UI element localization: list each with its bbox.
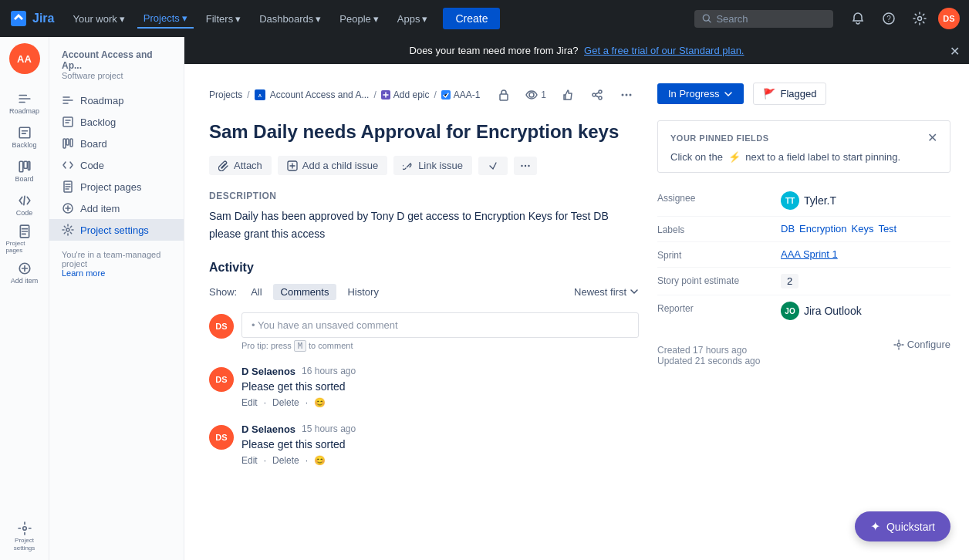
current-user-avatar: DS (209, 314, 234, 339)
more-options-button[interactable] (614, 83, 639, 107)
svg-rect-12 (63, 117, 73, 127)
sprint-label: Sprint (657, 248, 781, 261)
breadcrumb-project-name[interactable]: Account Access and A... (270, 89, 370, 100)
label-keys[interactable]: Keys (851, 223, 873, 234)
more-actions-dropdown[interactable] (478, 157, 508, 175)
banner-link[interactable]: Get a free trial of our Standard plan. (584, 45, 744, 56)
nav-icons: ? DS (846, 6, 960, 31)
share-button[interactable] (585, 83, 609, 107)
comment-author-1: D Selaenos (241, 366, 295, 377)
status-button[interactable]: In Progress (657, 83, 744, 104)
comment-body-1: D Selaenos 16 hours ago Please get this … (241, 366, 639, 408)
left-panel-header: Account Access and Ap... Software projec… (49, 43, 184, 83)
app-logo[interactable]: Jira (9, 9, 54, 28)
assignee-field: Assignee TT Tyler.T (657, 185, 950, 217)
comment-input-row: DS • You have an unsaved comment Pro tip… (209, 312, 639, 350)
story-points-label: Story point estimate (657, 274, 781, 286)
sidebar-item-board[interactable]: Board (6, 156, 43, 187)
label-test[interactable]: Test (878, 223, 896, 234)
sidebar-item-code[interactable]: Code (6, 190, 43, 221)
actions-more-button[interactable] (514, 157, 537, 175)
comment-actions-2: Edit · Delete · 😊 (241, 455, 639, 466)
search-icon (702, 13, 711, 24)
filter-comments[interactable]: Comments (273, 284, 337, 300)
project-avatar[interactable]: AA (9, 43, 40, 74)
pinned-hint: Click on the ⚡ next to a field label to … (670, 151, 937, 163)
sidebar-item-settings[interactable]: Project settings (6, 521, 43, 552)
create-button[interactable]: Create (443, 8, 500, 29)
sidebar-item-backlog[interactable]: Backlog (6, 122, 43, 153)
watch-button[interactable]: 1 (521, 86, 551, 104)
nav-project-settings[interactable]: Project settings (49, 219, 184, 241)
people-menu[interactable]: People ▾ (333, 10, 384, 28)
comment-input[interactable]: • You have an unsaved comment (241, 312, 639, 338)
show-row: Show: All Comments History Newest first (209, 284, 639, 300)
help-button[interactable]: ? (876, 6, 901, 31)
add-child-button[interactable]: Add a child issue (278, 156, 387, 175)
sidebar-item-roadmap[interactable]: Roadmap (6, 88, 43, 119)
label-db[interactable]: DB (781, 223, 795, 234)
apps-menu[interactable]: Apps ▾ (391, 10, 434, 28)
lock-button[interactable] (491, 83, 516, 107)
banner-text: Does your team need more from Jira? (410, 45, 579, 56)
comment-edit-2[interactable]: Edit (241, 455, 258, 466)
breadcrumb-projects[interactable]: Projects (209, 89, 242, 100)
sidebar-item-add[interactable]: Add item (6, 258, 43, 288)
sidebar-settings-label: Project settings (6, 537, 43, 552)
app-layout: AA Roadmap Backlog Board Code Project pa… (0, 37, 969, 560)
comment-delete-2[interactable]: Delete (272, 455, 299, 466)
configure-button[interactable]: Configure (893, 339, 950, 350)
sprint-link[interactable]: AAA Sprint 1 (781, 248, 838, 260)
nav-board[interactable]: Board (49, 133, 184, 154)
newest-first-button[interactable]: Newest first (574, 286, 639, 298)
nav-add-item[interactable]: Add item (49, 197, 184, 219)
comment-delete-1[interactable]: Delete (272, 397, 299, 408)
team-managed-text: You're in a team-managed project (62, 250, 171, 268)
dashboards-menu[interactable]: Dashboards ▾ (253, 10, 327, 28)
comment-edit-1[interactable]: Edit (241, 397, 258, 408)
filter-all[interactable]: All (243, 284, 269, 300)
banner-close-button[interactable]: ✕ (950, 43, 960, 58)
breadcrumb-issue-key[interactable]: AAA-1 (454, 89, 481, 100)
sidebar-code-label: Code (16, 209, 33, 217)
breadcrumb: Projects / A Account Access and A... / A… (209, 83, 639, 107)
search-box (694, 10, 833, 28)
learn-more-link[interactable]: Learn more (62, 268, 105, 278)
sidebar-item-pages[interactable]: Project pages (6, 224, 43, 255)
comment-time-1: 16 hours ago (302, 366, 356, 376)
nav-roadmap[interactable]: Roadmap (49, 89, 184, 111)
thumbs-up-button[interactable] (555, 83, 580, 107)
svg-point-30 (630, 94, 632, 96)
your-work-menu[interactable]: Your work ▾ (66, 10, 130, 28)
promo-banner: Does your team need more from Jira? Get … (184, 37, 969, 64)
search-input[interactable] (716, 13, 826, 25)
breadcrumb-epic[interactable]: Add epic (393, 89, 430, 100)
nav-pages[interactable]: Project pages (49, 176, 184, 197)
attach-button[interactable]: Attach (209, 156, 272, 175)
nav-code[interactable]: Code (49, 154, 184, 176)
label-encryption[interactable]: Encryption (799, 223, 846, 234)
logo-text: Jira (32, 12, 54, 25)
filter-history[interactable]: History (339, 284, 386, 300)
left-panel: Account Access and Ap... Software projec… (49, 37, 184, 560)
action-buttons: Attach Add a child issue Link issue (209, 156, 639, 175)
settings-button[interactable] (907, 6, 932, 31)
top-nav: Jira Your work ▾ Projects ▾ Filters ▾ Da… (0, 0, 969, 37)
svg-rect-23 (500, 94, 508, 100)
pinned-title: YOUR PINNED FIELDS (670, 133, 769, 143)
quickstart-button[interactable]: ✦ Quickstart (855, 511, 950, 541)
flagged-button[interactable]: 🚩 Flagged (753, 83, 826, 105)
main-content: Does your team need more from Jira? Get … (184, 37, 969, 560)
projects-menu[interactable]: Projects ▾ (137, 9, 194, 29)
user-avatar[interactable]: DS (938, 8, 960, 29)
issue-sidebar: In Progress 🚩 Flagged YOUR PINNED FIELDS… (657, 83, 950, 481)
labels-label: Labels (657, 223, 781, 235)
flag-icon: 🚩 (763, 88, 775, 100)
filters-menu[interactable]: Filters ▾ (200, 10, 247, 28)
nav-backlog[interactable]: Backlog (49, 111, 184, 133)
comment-text-2: Please get this sorted (241, 438, 639, 450)
svg-rect-7 (23, 161, 27, 168)
link-issue-button[interactable]: Link issue (393, 156, 472, 175)
notifications-button[interactable] (846, 6, 870, 31)
pinned-close-button[interactable]: ✕ (927, 130, 937, 145)
